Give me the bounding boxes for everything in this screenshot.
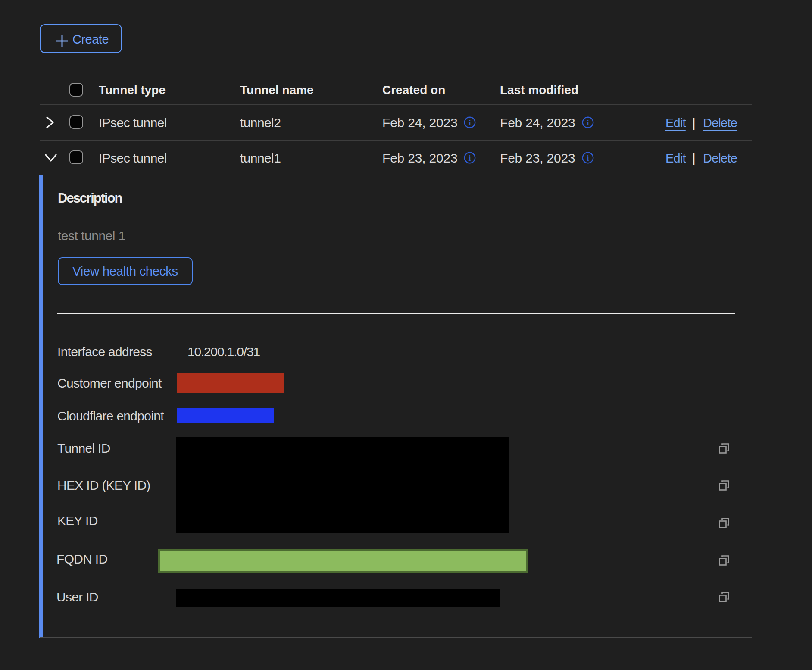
svg-text:i: i: [587, 118, 589, 127]
svg-text:i: i: [587, 153, 589, 163]
svg-text:i: i: [468, 118, 471, 127]
svg-text:i: i: [468, 153, 471, 163]
